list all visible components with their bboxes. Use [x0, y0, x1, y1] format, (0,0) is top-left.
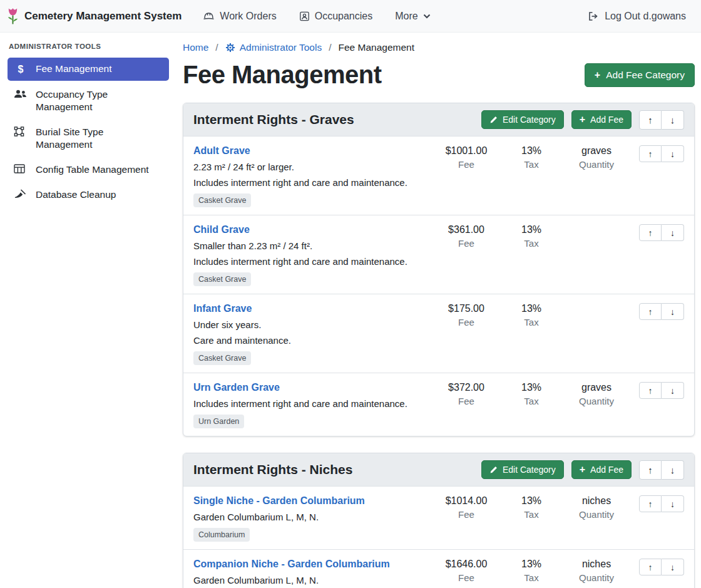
- fee-quantity-label: Quantity: [564, 509, 629, 520]
- breadcrumb-separator: /: [329, 42, 331, 53]
- sidebar-item-occupancy-type-management[interactable]: Occupancy Type Management: [8, 83, 169, 118]
- fee-move-up-button[interactable]: ↑: [639, 559, 662, 575]
- users-icon: [14, 89, 28, 99]
- category-move-up-button[interactable]: ↑: [639, 110, 662, 130]
- fee-quantity-column: niches Quantity: [564, 559, 629, 583]
- dollar-icon: $: [14, 63, 28, 76]
- breadcrumb-home-link[interactable]: Home: [183, 42, 208, 53]
- fee-amount-column: $1001.00 Fee: [434, 145, 499, 170]
- fee-reorder-controls: ↑ ↓: [629, 495, 684, 512]
- tulip-logo-icon: [6, 7, 19, 26]
- up-arrow-icon: ↑: [648, 115, 653, 125]
- fee-move-down-button[interactable]: ↓: [662, 382, 684, 399]
- category-actions: Edit Category + Add Fee ↑ ↓: [481, 110, 684, 130]
- pencil-icon: [489, 466, 498, 474]
- fee-tax-column: 13% Tax: [499, 303, 564, 328]
- fee-info: Companion Niche - Garden Columbarium Gar…: [193, 559, 434, 588]
- category-move-up-button[interactable]: ↑: [639, 460, 662, 480]
- up-arrow-icon: ↑: [648, 149, 653, 159]
- gear-icon: [225, 43, 235, 53]
- add-fee-label: Add Fee: [590, 115, 623, 125]
- fee-move-down-button[interactable]: ↓: [662, 559, 684, 575]
- up-arrow-icon: ↑: [648, 465, 653, 475]
- category-actions: Edit Category + Add Fee ↑ ↓: [481, 460, 684, 480]
- fee-description: Includes interment right and care and ma…: [193, 256, 429, 267]
- category-header: Interment Rights - Graves Edit Category …: [183, 103, 694, 136]
- down-arrow-icon: ↓: [670, 149, 675, 159]
- fee-tax: 13%: [499, 559, 564, 570]
- fee-move-up-button[interactable]: ↑: [639, 382, 662, 399]
- sidebar-item-burial-site-type-management[interactable]: Burial Site Type Management: [8, 121, 169, 156]
- fee-tax-column: 13% Tax: [499, 559, 564, 583]
- nav-work-orders[interactable]: Work Orders: [203, 11, 276, 22]
- occupant-box-icon: [299, 11, 310, 21]
- app-brand[interactable]: Cemetery Management System: [6, 7, 182, 26]
- fee-move-up-button[interactable]: ↑: [639, 145, 662, 162]
- sidebar-item-config-table-management[interactable]: Config Table Management: [8, 158, 169, 181]
- edit-category-button[interactable]: Edit Category: [481, 460, 564, 479]
- fee-name-link[interactable]: Single Niche - Garden Columbarium: [193, 495, 365, 507]
- sidebar-item-label: Database Cleanup: [36, 188, 116, 201]
- sidebar-item-label: Fee Management: [36, 63, 112, 75]
- fee-tax: 13%: [499, 303, 564, 314]
- fee-tax: 13%: [499, 382, 564, 393]
- fee-move-down-button[interactable]: ↓: [662, 145, 684, 162]
- fee-name-link[interactable]: Infant Grave: [193, 303, 252, 314]
- fee-move-up-button[interactable]: ↑: [639, 495, 662, 512]
- logout-icon: [588, 11, 599, 21]
- edit-category-button[interactable]: Edit Category: [481, 110, 564, 129]
- fee-tag: Casket Grave: [193, 193, 251, 207]
- fee-row: Companion Niche - Garden Columbarium Gar…: [183, 549, 694, 588]
- fee-tag: Casket Grave: [193, 272, 251, 286]
- add-fee-button[interactable]: + Add Fee: [571, 460, 632, 479]
- sidebar-item-fee-management[interactable]: $ Fee Management: [8, 58, 169, 81]
- fee-name-link[interactable]: Child Grave: [193, 224, 250, 235]
- fee-amount-label: Fee: [434, 159, 499, 170]
- fee-description: Includes interment right and care and ma…: [193, 398, 429, 409]
- plus-icon: +: [580, 115, 585, 125]
- fee-quantity: graves: [564, 382, 629, 393]
- fee-amount-column: $1014.00 Fee: [434, 495, 499, 520]
- add-fee-category-button[interactable]: + Add Fee Category: [585, 63, 695, 87]
- broom-icon: [14, 189, 28, 199]
- logout-button[interactable]: Log Out d.gowans: [588, 11, 686, 22]
- fee-tag: Urn Garden: [193, 415, 244, 428]
- add-fee-category-label: Add Fee Category: [606, 70, 685, 81]
- breadcrumb-home-label: Home: [183, 42, 208, 53]
- category-move-down-button[interactable]: ↓: [662, 460, 684, 480]
- fee-tax: 13%: [499, 145, 564, 157]
- fee-tax-column: 13% Tax: [499, 495, 564, 520]
- fee-row: Urn Garden Grave Includes interment righ…: [183, 373, 694, 436]
- sidebar-item-database-cleanup[interactable]: Database Cleanup: [8, 183, 169, 206]
- fee-move-up-button[interactable]: ↑: [639, 303, 662, 320]
- nav-more[interactable]: More: [395, 11, 430, 22]
- up-arrow-icon: ↑: [648, 562, 653, 572]
- breadcrumb-admin-tools-link[interactable]: Administrator Tools: [225, 42, 322, 53]
- fee-move-down-button[interactable]: ↓: [662, 303, 684, 320]
- fee-amount: $361.00: [434, 224, 499, 235]
- fee-info: Infant Grave Under six years. Care and m…: [193, 303, 434, 365]
- fee-row: Child Grave Smaller than 2.23 m² / 24 ft…: [183, 215, 694, 294]
- nav-occupancies[interactable]: Occupancies: [299, 11, 373, 22]
- fee-reorder-controls: ↑ ↓: [629, 559, 684, 575]
- fee-name-link[interactable]: Companion Niche - Garden Columbarium: [193, 559, 390, 570]
- fee-description: 2.23 m² / 24 ft² or larger.: [193, 162, 429, 172]
- fee-reorder-controls: ↑ ↓: [629, 224, 684, 241]
- fee-move-down-button[interactable]: ↓: [662, 495, 684, 512]
- down-arrow-icon: ↓: [670, 307, 675, 317]
- table-icon: [14, 164, 28, 173]
- fee-quantity: niches: [564, 559, 629, 570]
- page-title: Fee Management: [183, 61, 382, 89]
- category-move-down-button[interactable]: ↓: [662, 110, 684, 130]
- fee-name-link[interactable]: Adult Grave: [193, 145, 250, 157]
- fee-move-up-button[interactable]: ↑: [639, 224, 662, 241]
- logout-label: Log Out d.gowans: [605, 11, 686, 22]
- fee-amount-label: Fee: [434, 238, 499, 249]
- add-fee-button[interactable]: + Add Fee: [571, 110, 632, 129]
- fee-name-link[interactable]: Urn Garden Grave: [193, 382, 280, 393]
- fee-row: Adult Grave 2.23 m² / 24 ft² or larger. …: [183, 136, 694, 215]
- fee-move-down-button[interactable]: ↓: [662, 224, 684, 241]
- down-arrow-icon: ↓: [670, 562, 675, 572]
- down-arrow-icon: ↓: [670, 228, 675, 238]
- up-arrow-icon: ↑: [648, 228, 653, 238]
